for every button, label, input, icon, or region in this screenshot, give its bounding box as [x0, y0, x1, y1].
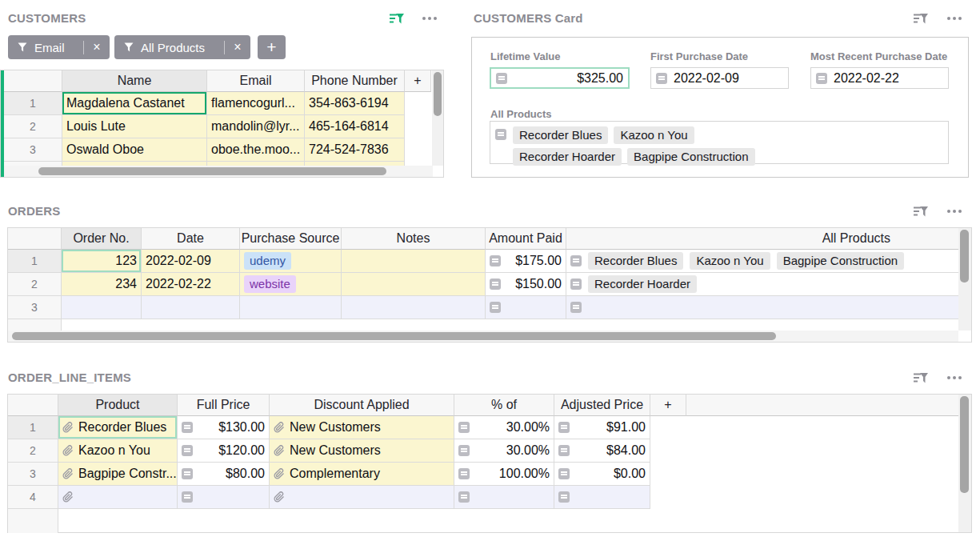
cell-date[interactable]: 2022-02-22	[142, 273, 240, 296]
cell-phone[interactable]: 724-524-7836	[305, 138, 405, 162]
row-number[interactable]: 3	[8, 463, 58, 486]
field-lifetime-value[interactable]: $325.00	[490, 67, 630, 89]
row-number[interactable]: 4	[8, 486, 58, 509]
cell-all-products[interactable]: Recorder Hoarder	[566, 273, 958, 296]
cell-amount-paid[interactable]	[486, 296, 566, 319]
section-menu-icon[interactable]	[947, 17, 962, 20]
section-menu-icon[interactable]	[422, 17, 437, 20]
row-number[interactable]: 2	[4, 115, 62, 138]
cell-discount-applied[interactable]: Complementary	[270, 463, 454, 486]
vertical-scrollbar[interactable]	[958, 395, 971, 532]
cell-email[interactable]: oboe.the.moo...	[207, 138, 305, 162]
cell-notes[interactable]	[342, 273, 486, 296]
close-icon[interactable]: ×	[225, 40, 250, 54]
corner-cell[interactable]	[8, 228, 62, 250]
column-header-discount-applied[interactable]: Discount Applied	[270, 395, 454, 416]
vertical-scrollbar[interactable]	[958, 228, 971, 331]
column-header-purchase-source[interactable]: Purchase Source	[240, 228, 342, 250]
cell-order-no[interactable]: 234	[62, 273, 142, 296]
column-header-phone[interactable]: Phone Number	[305, 70, 405, 92]
row-number[interactable]: 2	[8, 273, 62, 296]
cell-email[interactable]: mandolin@lyr...	[207, 115, 305, 138]
sort-filter-icon[interactable]	[913, 206, 929, 218]
row-number[interactable]: 1	[8, 250, 62, 273]
cell-purchase-source[interactable]	[240, 296, 342, 319]
horizontal-scrollbar[interactable]	[8, 331, 958, 342]
cell-order-no[interactable]: 123	[62, 250, 142, 273]
cell-product[interactable]	[58, 486, 178, 509]
row-number[interactable]: 1	[4, 92, 62, 115]
close-icon[interactable]: ×	[84, 40, 110, 54]
sort-filter-icon[interactable]	[913, 13, 929, 25]
cell-product[interactable]: Bagpipe Constr...	[58, 463, 178, 486]
sort-filter-icon[interactable]	[913, 372, 929, 384]
row-number[interactable]: 2	[8, 439, 58, 463]
expand-record-icon	[816, 73, 827, 84]
cell-pct-of[interactable]	[454, 486, 554, 509]
column-header-all-products[interactable]: All Products	[566, 228, 958, 250]
cell-pct-of[interactable]: 30.00%	[454, 416, 554, 439]
horizontal-scrollbar[interactable]	[4, 166, 433, 177]
corner-cell[interactable]	[4, 70, 62, 92]
cell-phone[interactable]: 354-863-6194	[305, 92, 405, 115]
row-number[interactable]: 3	[8, 296, 62, 319]
column-header-adjusted-price[interactable]: Adjusted Price	[554, 395, 650, 416]
section-menu-icon[interactable]	[947, 376, 962, 379]
cell-adjusted-price[interactable]: $84.00	[554, 439, 650, 463]
field-all-products[interactable]: Recorder Blues Kazoo n You Recorder Hoar…	[490, 121, 949, 164]
cell-name[interactable]: Magdalena Castanet	[62, 92, 207, 115]
row-number[interactable]: 1	[8, 416, 58, 439]
cell-date[interactable]	[142, 296, 240, 319]
cell-discount-applied[interactable]: New Customers	[270, 416, 454, 439]
cell-amount-paid[interactable]: $175.00	[486, 250, 566, 273]
cell-discount-applied[interactable]	[270, 486, 454, 509]
filter-chip-email[interactable]: Email ×	[8, 35, 110, 59]
row-number[interactable]: 3	[4, 138, 62, 162]
cell-full-price[interactable]: $130.00	[178, 416, 270, 439]
cell-notes[interactable]	[342, 250, 486, 273]
cell-name[interactable]: Louis Lute	[62, 115, 207, 138]
cell-phone[interactable]: 465-164-6814	[305, 115, 405, 138]
cell-purchase-source[interactable]: udemy	[240, 250, 342, 273]
cell-date[interactable]: 2022-02-09	[142, 250, 240, 273]
cell-product[interactable]: Kazoo n You	[58, 439, 178, 463]
column-header-amount-paid[interactable]: Amount Paid	[486, 228, 566, 250]
column-header-order-no[interactable]: Order No.	[62, 228, 142, 250]
add-column-button[interactable]: +	[405, 70, 431, 92]
cell-discount-applied[interactable]: New Customers	[270, 439, 454, 463]
vertical-scrollbar[interactable]	[432, 70, 443, 166]
sort-filter-icon[interactable]	[389, 13, 405, 25]
cell-amount-paid[interactable]: $150.00	[486, 273, 566, 296]
cell-email[interactable]: flamencogurl...	[207, 92, 305, 115]
field-first-purchase-date[interactable]: 2022-02-09	[650, 67, 789, 89]
cell-purchase-source[interactable]: website	[240, 273, 342, 296]
cell-full-price[interactable]: $120.00	[178, 439, 270, 463]
cell-full-price[interactable]: $80.00	[178, 463, 270, 486]
cell-full-price[interactable]	[178, 486, 270, 509]
add-column-button[interactable]: +	[650, 395, 686, 416]
add-filter-button[interactable]: +	[258, 35, 286, 59]
column-header-full-price[interactable]: Full Price	[178, 395, 270, 416]
cell-adjusted-price[interactable]: $91.00	[554, 416, 650, 439]
cell-adjusted-price[interactable]	[554, 486, 650, 509]
cell-all-products[interactable]	[566, 296, 958, 319]
column-header-notes[interactable]: Notes	[342, 228, 486, 250]
column-header-name[interactable]: Name	[62, 70, 207, 92]
cell-product[interactable]: Recorder Blues	[58, 416, 178, 439]
section-menu-icon[interactable]	[947, 210, 962, 213]
column-header-date[interactable]: Date	[142, 228, 240, 250]
cell-name[interactable]: Oswald Oboe	[62, 138, 207, 162]
field-most-recent-purchase-date[interactable]: 2022-02-22	[810, 67, 949, 89]
column-header-pct-of[interactable]: % of	[454, 395, 554, 416]
corner-cell[interactable]	[8, 395, 58, 416]
column-header-email[interactable]: Email	[207, 70, 305, 92]
cell-all-products[interactable]: Recorder Blues Kazoo n You Bagpipe Const…	[566, 250, 958, 273]
column-header-product[interactable]: Product	[58, 395, 178, 416]
table-row: 3 Oswald Oboe oboe.the.moo... 724-524-78…	[4, 138, 431, 162]
cell-pct-of[interactable]: 100.00%	[454, 463, 554, 486]
cell-notes[interactable]	[342, 296, 486, 319]
filter-chip-all-products[interactable]: All Products ×	[114, 35, 250, 59]
cell-adjusted-price[interactable]: $0.00	[554, 463, 650, 486]
cell-order-no[interactable]	[62, 296, 142, 319]
cell-pct-of[interactable]: 30.00%	[454, 439, 554, 463]
